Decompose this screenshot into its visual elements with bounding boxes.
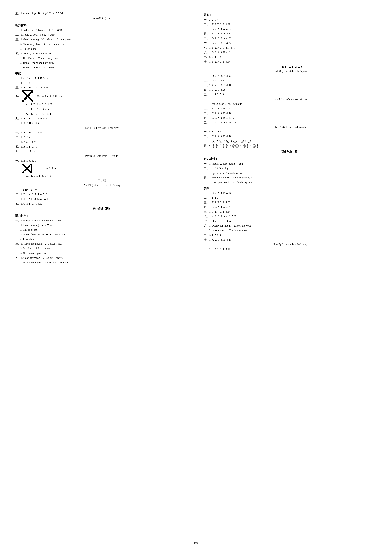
rlm-2: 二、1. h 2. f 3. e 4. g xyxy=(204,166,377,171)
pb3-4: 四、1. C 2. B 3. A 4. D xyxy=(15,202,188,206)
lm2-4-1: 四、1. Good afternoon. 2. Colour it brown. xyxy=(15,256,188,260)
rlm-4-2: 3. Open your mouth. 4. This is my face. xyxy=(204,180,377,185)
r-ans-10: 十、1. T 2. F 3. T 4. F xyxy=(204,59,377,64)
rlm-4-1: 四、1. Touch your nose. 2. Close your eyes… xyxy=(204,175,377,180)
ra-8-2: 3. Look at me. 4. Touch your nose. xyxy=(204,228,377,233)
listen-material-label-r: 听力材料： xyxy=(204,157,377,161)
lm2-2-3: 3. Good afternoon，Mr Wang. This is John. xyxy=(15,232,188,237)
pb1-1: 一、1. A 2. B 3. A 4. B xyxy=(15,131,188,135)
a1-3: 三、1. A 2. B 3. B 4. B xyxy=(204,83,377,88)
lm2-3-1: 三、1. Touch the ground. 2. Colour it red. xyxy=(15,242,188,246)
rb1-1: 一、1. F 2. T 3. T 4. F xyxy=(204,247,377,252)
pb3-1: 一、Aa Bb Cc Dd xyxy=(15,188,188,192)
ans-4: 四、 五、1. a 2. d 3. B 4. C xyxy=(15,90,188,102)
part-rb1-title: Part B(1) Let's talk～Let's play xyxy=(204,243,377,246)
ans-10: 十、1. A 2. D 3. C 4. B xyxy=(15,121,188,125)
ra-1: 一、1. C 2. A 3. B 4. B xyxy=(204,191,377,196)
pb1-4: 四、1. A 2. B 3. A xyxy=(15,145,188,149)
ra-3: 三、1. T 2. F 3. F 4. T xyxy=(204,200,377,205)
ans-9: 九、1. A 2. B 3. A 4. B 5. A xyxy=(15,116,188,121)
ra-8-1: 八、1. Open your mouth. 2. How are you? xyxy=(204,224,377,228)
pb3-2: 二、1. B 2. A 3. A 4. A 5. B xyxy=(15,192,188,197)
answer-label-r2: 答案： xyxy=(204,187,377,190)
ra-10: 十、1. A 2. C 3. B 4. D xyxy=(204,238,377,242)
a2-3: 三、1. C 2. A 3. D 4. B xyxy=(204,111,377,116)
part-b3-title: Part B(3) Start to read～Let's sing xyxy=(15,184,188,187)
lm-2: 二、1. apple 2. book 3. bag 4. duck xyxy=(15,33,188,37)
lm-4-1: 四、1. Hello，I'm Sarah. I see red. xyxy=(15,51,188,56)
holiday-hw-4: 双休作业（四） xyxy=(15,206,188,211)
a2-2: 二、1. A 2. A 3. B 4. A xyxy=(204,107,377,111)
r-ans-9: 九、5 2 3 1 4 xyxy=(204,55,377,59)
r-ans-3: 三、1. B 2. A 3. A 4. B 5. B xyxy=(204,27,377,31)
answer-label-r: 答案： xyxy=(204,13,377,17)
lm2-2: 二、1. Good morning，Miss White. xyxy=(15,223,188,227)
cross-box-2 xyxy=(22,164,32,173)
a3-1: 一、E F g h i xyxy=(204,130,377,134)
lm2-2-4: 4. I see white. xyxy=(15,237,188,242)
lm2-2-2: 2. This is Zoom. xyxy=(15,228,188,232)
ra-2: 二、4 1 2 3 xyxy=(204,196,377,200)
answer-label-1: 答案： xyxy=(15,72,188,75)
ans-8: 八、1. F 2. T 3. F 4. T xyxy=(15,112,188,116)
holiday-hw-3: 双休作业（三） xyxy=(15,16,188,21)
a1-5: 五、1 4 6 2 5 3 xyxy=(204,92,377,97)
ra-9: 九、3 1 2 5 4 xyxy=(204,233,377,238)
ra-5: 五、1. F 2. T 3. T 4. F xyxy=(204,210,377,214)
rlm-1: 一、1. mouth 2. nose 3. gift 4. egg xyxy=(204,161,377,166)
ra-6: 六、1. A 2. C 3. A 4. A 5. B xyxy=(204,214,377,219)
listen-material-label-2: 听力材料： xyxy=(15,214,188,218)
divider-r xyxy=(204,155,377,155)
ans-2: 二、4 1 3 2 xyxy=(15,81,188,85)
lm-4-4: 4. Hello，I'm Mike. I see green. xyxy=(15,65,188,70)
lm2-3-3: 5. Nice to meet you，too. xyxy=(15,251,188,255)
unit3-title: Unit 3 Look at me! xyxy=(204,65,377,69)
r-ans-6: 六、1. B 2. B 3. B 4. A 5. B xyxy=(204,41,377,45)
r-ans-1: 一、3 2 1 4 xyxy=(204,18,377,22)
pb1-5: 五、C B E A D xyxy=(15,149,188,154)
pb3-3: 三、1. this 2. to 3. Good 4. I xyxy=(15,197,188,202)
part-a2-title: Part A(2) Let's learn～Let's do xyxy=(204,98,377,101)
a2-5: 五、1. C 2. B 3. A 4. D 5. E xyxy=(204,120,377,125)
ans-1: 一、1. C 2. A 3. A 4. B 5. B xyxy=(15,76,188,81)
pb2-4: 四、1. T 2. F 3. T 4. F xyxy=(15,174,188,178)
part-b2-title: Part B(2) Let's learn～Let's do xyxy=(15,154,188,158)
pb1-3: 三、1. √ 2. × 3. × xyxy=(15,140,188,144)
lm2-1: 一、1. orange 2. black 3. brown 4. white xyxy=(15,218,188,223)
five-1: 五、1. a Aa 2. b Bb 3. c Cc 4. d Dd xyxy=(15,11,188,16)
lm2-3-2: 3. Stand up. 4. I see brown. xyxy=(15,246,188,251)
ra-7: 七、1. D 2. B 3. C 4. A xyxy=(204,219,377,224)
lm2-4-2: 3. Nice to meet you. 4. I can sing a rai… xyxy=(15,261,188,265)
r-ans-2: 二、1. T 2. T 3. F 4. F xyxy=(204,22,377,27)
part-a1-title: Part A(1) Let's talk～Let's play xyxy=(204,70,377,73)
r-ans-5: 五、1. B 2. C 3. A 4. C xyxy=(204,36,377,41)
ans-3: 三、1. A 2. B 3. B 4. A 5. B xyxy=(15,85,188,90)
page-number: 102 xyxy=(194,541,198,545)
a3-3: 三、1. ① 2. c 3. d 4. f 5. a 6. e xyxy=(204,139,377,143)
right-column: 答案： 一、3 2 1 4 二、1. T 2. T 3. F 4. F 三、1.… xyxy=(196,11,377,265)
listen-material-label: 听力材料： xyxy=(15,24,188,27)
pb2-5: 五、略 xyxy=(15,178,188,183)
a1-4: 四、1. B 2. C 3. A xyxy=(204,88,377,92)
pb2-1: 一、1. B 2. A 3. C xyxy=(15,159,188,163)
r-ans-7: 七、1. T 2. F 3. F 4. T 5. F xyxy=(204,46,377,50)
lm-4-2: 2. Hi，I'm Miss White. I see yellow. xyxy=(15,56,188,60)
a2-1: 一、1. ear 2. nose 3. eye 4. mouth xyxy=(204,102,377,106)
ra-4: 四、1. B 2. A 3. A 4. A xyxy=(204,205,377,209)
lm-3-3: 5. This is a dog. xyxy=(15,47,188,51)
page-container: 五、1. a Aa 2. b Bb 3. c Cc 4. d Dd 双休作业（三… xyxy=(15,11,377,265)
lm-1: 一、1. red 2. bac 3. blue 4. cdb 5. BACD xyxy=(15,28,188,33)
a3-2: 二、1. C 2. A 3. D 4. B xyxy=(204,134,377,139)
a3-4: 四、e: ④⑧ f: ⑥⑩ g: ②⑤ h: ③⑨ i: ①⑦ xyxy=(204,143,377,148)
divider2 xyxy=(15,212,188,212)
rlm-3: 三、1. eye 2. nose 3. mouth 4. ear xyxy=(204,171,377,175)
part-b1-title: Part B(1) Let's talk～Let's play xyxy=(15,126,188,130)
r-ans-4: 四、1. A 2. B 3. B 4. A xyxy=(204,31,377,36)
left-column: 五、1. a Aa 2. b Bb 3. c Cc 4. d Dd 双休作业（三… xyxy=(15,11,188,265)
holiday-hw-5: 双休作业（五） xyxy=(204,149,377,154)
part-a3-title: Part A(3) Letters and sounds xyxy=(204,126,377,129)
lm-4-3: 3. Hello，I'm Zoom. I see blue. xyxy=(15,61,188,65)
pb1-2: 二、1. B 2. A 3. B xyxy=(15,135,188,140)
ans-6: 六、1. B 2. A 3. A 4. B xyxy=(15,102,188,107)
a1-1: 一、1. D 2. A 3. B 4. C xyxy=(204,74,377,78)
